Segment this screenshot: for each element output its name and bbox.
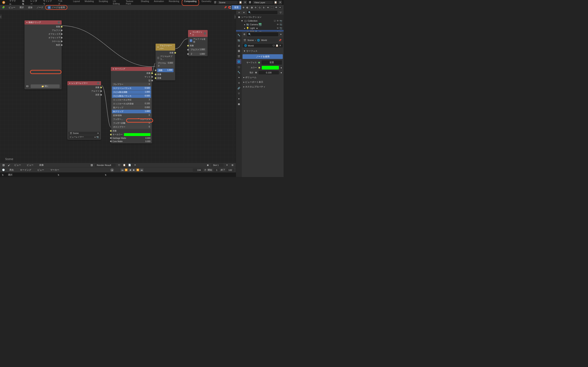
value-dot-icon[interactable]: ●	[281, 71, 282, 74]
menu-window[interactable]: ウィンドウ	[41, 0, 56, 6]
tl-view[interactable]: ビュー	[35, 168, 46, 171]
collapse-handle-left[interactable]: ▸	[0, 15, 2, 19]
chevron-down-icon[interactable]: ▾	[225, 163, 229, 167]
tab-physics[interactable]: ⊙	[236, 80, 241, 85]
channel-alpha-icon[interactable]: ◨	[250, 6, 253, 9]
tab-shading[interactable]: Shading	[138, 0, 151, 6]
prop-preblur[interactable]: プレブラー0	[112, 83, 151, 86]
toolbar-add[interactable]: 追加	[26, 6, 35, 9]
eye-icon[interactable]: 👁	[277, 23, 279, 26]
end-frame[interactable]: 132	[226, 168, 234, 172]
mode-icon[interactable]: 🖌	[7, 163, 11, 167]
prop-edge-kernel-tol[interactable]: エッジカーネル許容値0.100	[112, 102, 151, 106]
menu-render[interactable]: レンダー	[28, 0, 41, 6]
new-icon[interactable]: 📄	[128, 163, 131, 167]
preview-toggle-icon[interactable]	[97, 82, 99, 84]
toolbar-view[interactable]: ビュー	[7, 6, 17, 9]
delete-scene-icon[interactable]: ✕	[243, 1, 247, 4]
tree-collection[interactable]: ▼ ▢ Collection ☑👁📷	[236, 19, 284, 23]
surface-shader-select[interactable]: 背景	[261, 60, 282, 65]
ie-image[interactable]: 画像	[37, 164, 46, 167]
channel-r-icon[interactable]: R	[254, 6, 258, 9]
tl-keying[interactable]: キーイング	[18, 168, 33, 171]
node-composite[interactable]: ▼ コンポジット アルファを使用 画像 アルファ1.000 Z1.000	[188, 30, 208, 56]
new-viewlayer-icon[interactable]: 📋	[274, 1, 277, 4]
prop-dilate[interactable]: 拡張/侵食0	[112, 114, 151, 117]
tab-material[interactable]: ●	[236, 96, 241, 101]
open-clip-button[interactable]: 📁 開く	[31, 84, 60, 88]
use-nodes-button[interactable]: ノードを使用	[242, 54, 283, 59]
premul-check[interactable]: プリマルチプラ...	[156, 55, 175, 61]
prop-clip-white[interactable]: 白クリップ1.000	[112, 110, 151, 113]
clip-icon[interactable]: 🎞	[26, 85, 29, 87]
tab-layout[interactable]: Layout	[71, 0, 82, 6]
prop-fac[interactable]: 係数1.000	[157, 68, 173, 72]
scene-name-field[interactable]: Scene	[217, 1, 238, 4]
node-header[interactable]: ▼ レンダーレイヤー	[67, 81, 101, 85]
tab-render[interactable]: 📷	[236, 38, 241, 43]
use-nodes-checkbox[interactable]: ノードを使用	[45, 5, 67, 10]
eye-icon[interactable]: 👁	[277, 27, 279, 29]
world-color-swatch[interactable]	[262, 66, 279, 69]
gizmo-icon[interactable]: ⊞	[231, 163, 234, 167]
tab-animation[interactable]: Animation	[151, 0, 166, 6]
strength-value[interactable]: 0.100	[259, 71, 279, 75]
display-icon[interactable]: ◉	[206, 163, 210, 167]
prop-postblur[interactable]: ポストブラー0	[112, 125, 151, 129]
node-header[interactable]: ▼ アルファオーバー	[156, 44, 175, 50]
tl-marker[interactable]: マーカー	[48, 168, 61, 171]
prop-edge-kernel-radius[interactable]: エッジカーネル半径3	[112, 98, 151, 102]
custom-props-panel-header[interactable]: ▸ カスタムプロパティ	[242, 84, 283, 89]
prop-feather-falloff[interactable]: フェザー...⌒ スムーズ ▾	[112, 117, 151, 121]
prop-clip-black[interactable]: 黒クリップ0.000	[112, 106, 151, 109]
preview-toggle-icon[interactable]	[204, 32, 206, 35]
bc-world[interactable]: World	[261, 39, 267, 42]
current-frame[interactable]: 104	[193, 168, 203, 172]
layer-select[interactable]: ビューレイヤー▾📷	[68, 135, 100, 139]
fit-icon[interactable]: ⛶	[270, 6, 274, 9]
eye-icon[interactable]: 👁	[277, 20, 279, 22]
toolbar-select[interactable]: 選択	[17, 6, 26, 9]
tab-tool[interactable]: 🔧	[236, 33, 241, 38]
play-reverse-icon[interactable]: ◀	[128, 168, 132, 172]
autokey-icon[interactable]: ●	[110, 168, 114, 172]
render-result-field[interactable]: Render Result	[95, 164, 116, 167]
tab-uv[interactable]: UV Editing	[111, 0, 123, 6]
jump-start-icon[interactable]: ⏮	[121, 168, 124, 172]
ie-view2[interactable]: ビュー	[25, 164, 35, 167]
scene-select[interactable]: 🎬Scene✕	[68, 132, 100, 135]
channel-g-icon[interactable]: G	[258, 6, 261, 9]
world-datablock-select[interactable]: 🌐 World 🛡 📋 ✕	[242, 44, 283, 48]
shield-icon[interactable]: 🛡	[117, 163, 121, 167]
viewport-panel-header[interactable]: ▸ ビューポート表示	[242, 80, 283, 84]
channel-combined-icon[interactable]: ⊞	[242, 6, 245, 9]
editor-type-icon[interactable]: 🕐	[2, 168, 5, 172]
chevron-down-icon[interactable]: ▾	[279, 33, 283, 36]
tab-texture[interactable]: ▦	[236, 101, 241, 106]
slot-field[interactable]: Slot 1	[211, 164, 224, 167]
filter-icon[interactable]: ▽	[279, 11, 282, 14]
backdrop-button[interactable]: 背景	[232, 5, 241, 9]
channel-b-icon[interactable]: B	[262, 6, 266, 9]
prop-screen-balance[interactable]: スクリーンバランス0.500	[112, 86, 151, 90]
compositor-node-canvas[interactable]: ▸ ◂ ▼ 動画クリップ 画像 アルファ オフセットX オフセットY スケール …	[0, 10, 236, 163]
node-header[interactable]: ▼ 動画クリップ	[25, 20, 62, 25]
options-icon[interactable]: ⚙	[242, 33, 246, 36]
menu-edit[interactable]: 編集	[20, 0, 28, 6]
copy-icon[interactable]: 📋	[276, 44, 278, 47]
pin-icon[interactable]: 📌	[224, 6, 227, 9]
tree-light[interactable]: ▸ 💡 Light ● 👁📷	[236, 26, 284, 30]
jump-end-icon[interactable]: ⏭	[140, 168, 144, 172]
tab-object[interactable]: ▢	[236, 64, 241, 69]
pin-icon[interactable]: 📌	[278, 38, 282, 42]
start-frame[interactable]: 1	[213, 168, 219, 172]
prev-key-icon[interactable]: ⏪	[124, 168, 128, 172]
tab-compositing[interactable]: Compositing	[182, 0, 199, 6]
volume-panel-header[interactable]: ▸ ボリューム	[242, 75, 283, 80]
collapse-handle-right[interactable]: ◂	[234, 15, 236, 19]
node-render-layers[interactable]: ▼ レンダーレイヤー 画像 アルファ 深度 🎬Scene✕ ビューレイヤー▾📷	[67, 81, 101, 140]
node-header[interactable]: ▼ キーイング	[111, 67, 152, 71]
close-icon[interactable]: ✕	[279, 44, 281, 47]
surface-panel-header[interactable]: ▼ サーフェス	[242, 49, 283, 53]
tab-viewlayer[interactable]: 🖼	[236, 49, 241, 53]
